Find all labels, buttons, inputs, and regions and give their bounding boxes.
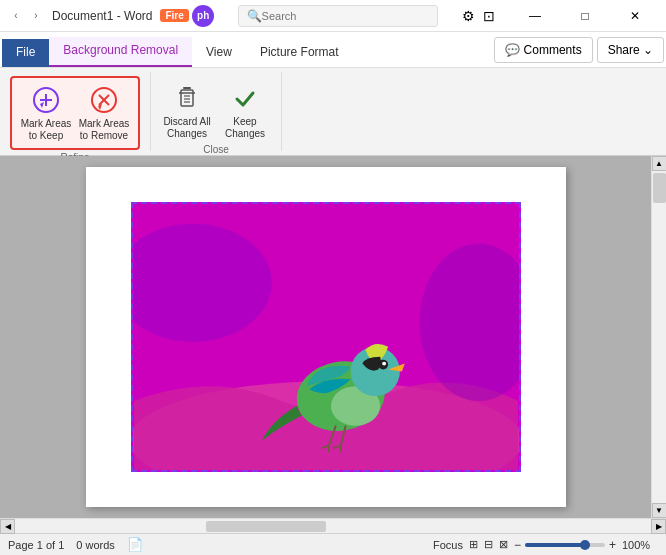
settings-icon[interactable]: ⚙ — [462, 8, 475, 24]
ribbon-content: Mark Areasto Keep Mark Areasto Remove Re… — [0, 68, 666, 156]
mark-keep-icon — [30, 84, 62, 116]
zoom-fill — [525, 543, 585, 547]
fire-badge: Fire — [160, 9, 188, 22]
mark-remove-label: Mark Areasto Remove — [79, 118, 130, 142]
tab-right-buttons: 💬 Comments Share ⌄ — [494, 37, 664, 67]
zoom-thumb[interactable] — [580, 540, 590, 550]
scroll-right-button[interactable]: ▶ — [651, 519, 666, 534]
status-bar: Page 1 of 1 0 words 📄 Focus ⊞ ⊟ ⊠ − + 10… — [0, 533, 666, 555]
ribbon-tabs: File Background Removal View Picture For… — [0, 32, 666, 68]
scroll-thumb-horizontal[interactable] — [206, 521, 326, 532]
zoom-out-button[interactable]: − — [514, 538, 521, 552]
keep-changes-button[interactable]: KeepChanges — [217, 78, 273, 144]
window-controls: — □ ✕ — [512, 2, 658, 30]
doc-title: Document1 - Word — [52, 9, 152, 23]
tab-background-removal[interactable]: Background Removal — [49, 37, 192, 67]
doc-page — [86, 167, 566, 507]
scroll-track-horizontal — [15, 519, 651, 534]
close-group: Discard AllChanges KeepChanges Close — [151, 72, 282, 151]
share-button[interactable]: Share ⌄ — [597, 37, 664, 63]
word-count: 0 words — [76, 539, 115, 551]
zoom-track[interactable] — [525, 543, 605, 547]
nav-forward[interactable]: › — [28, 8, 44, 24]
status-left: Page 1 of 1 0 words 📄 — [8, 537, 143, 552]
discard-changes-button[interactable]: Discard AllChanges — [159, 78, 215, 144]
window-icon[interactable]: ⊡ — [483, 8, 495, 24]
zoom-percent[interactable]: 100% — [622, 539, 658, 551]
scroll-up-button[interactable]: ▲ — [652, 156, 667, 171]
mark-keep-label: Mark Areasto Keep — [21, 118, 72, 142]
proofread-icon[interactable]: 📄 — [127, 537, 143, 552]
comments-button[interactable]: 💬 Comments — [494, 37, 592, 63]
scroll-left-button[interactable]: ◀ — [0, 519, 15, 534]
page-info: Page 1 of 1 — [8, 539, 64, 551]
keep-icon — [229, 82, 261, 114]
scrollbar-horizontal[interactable]: ◀ ▶ — [0, 518, 666, 533]
main-wrapper: ▲ ▼ — [0, 156, 666, 518]
refine-group: Mark Areasto Keep Mark Areasto Remove Re… — [0, 72, 151, 151]
tab-view[interactable]: View — [192, 39, 246, 67]
focus-label[interactable]: Focus — [433, 539, 463, 551]
mark-remove-icon — [88, 84, 120, 116]
svg-point-20 — [382, 362, 386, 366]
ph-badge: ph — [192, 5, 214, 27]
search-input[interactable] — [262, 10, 422, 22]
image-container — [131, 202, 521, 472]
refine-selected-group: Mark Areasto Keep Mark Areasto Remove — [10, 76, 140, 150]
discard-label: Discard AllChanges — [163, 116, 210, 140]
tab-picture-format[interactable]: Picture Format — [246, 39, 353, 67]
close-button[interactable]: ✕ — [612, 2, 658, 30]
search-icon: 🔍 — [247, 9, 262, 23]
discard-icon — [171, 82, 203, 114]
title-bar: ‹ › Document1 - Word Fire ph 🔍 ⚙ ⊡ — □ ✕ — [0, 0, 666, 32]
minimize-button[interactable]: — — [512, 2, 558, 30]
mark-areas-keep-button[interactable]: Mark Areasto Keep — [18, 80, 74, 146]
close-group-items: Discard AllChanges KeepChanges — [159, 74, 273, 144]
maximize-button[interactable]: □ — [562, 2, 608, 30]
tab-file[interactable]: File — [2, 39, 49, 67]
status-right: Focus ⊞ ⊟ ⊠ − + 100% — [433, 538, 658, 552]
layout-icon-1[interactable]: ⊞ — [469, 538, 478, 551]
scroll-down-button[interactable]: ▼ — [652, 503, 667, 518]
zoom-slider: − + — [514, 538, 616, 552]
scroll-thumb-vertical[interactable] — [653, 173, 666, 203]
search-bar[interactable]: 🔍 — [238, 5, 438, 27]
layout-icon-2[interactable]: ⊟ — [484, 538, 493, 551]
nav-back[interactable]: ‹ — [8, 8, 24, 24]
keep-changes-label: KeepChanges — [225, 116, 265, 140]
zoom-in-button[interactable]: + — [609, 538, 616, 552]
scrollbar-vertical[interactable]: ▲ ▼ — [651, 156, 666, 518]
mark-areas-remove-button[interactable]: Mark Areasto Remove — [76, 80, 132, 146]
nav-buttons: ‹ › — [8, 8, 44, 24]
bird-scene — [133, 204, 519, 470]
layout-icon-3[interactable]: ⊠ — [499, 538, 508, 551]
document-area[interactable] — [0, 156, 651, 518]
